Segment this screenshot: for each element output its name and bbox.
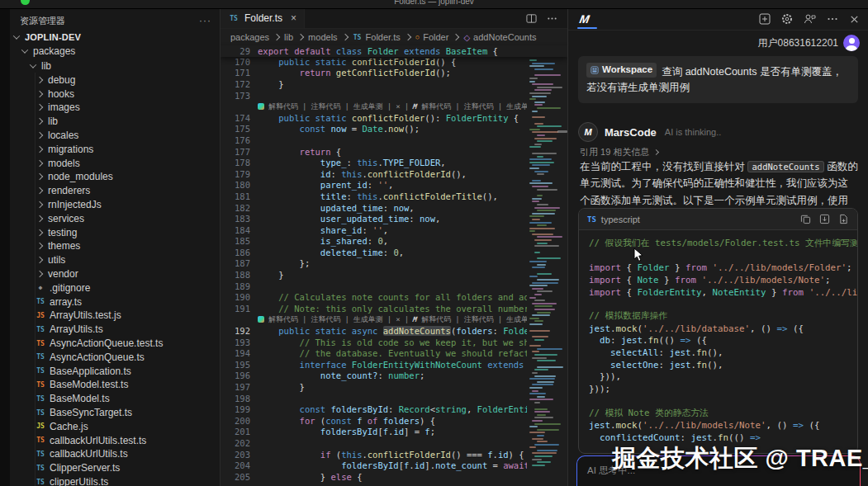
tree-item-vendor[interactable]: vendor bbox=[10, 267, 220, 281]
tree-item-utils[interactable]: utils bbox=[10, 253, 220, 267]
codelens-dismiss-icon[interactable]: × bbox=[396, 315, 400, 323]
tree-item-lib[interactable]: lib bbox=[10, 115, 220, 129]
tree-item-packages[interactable]: packages bbox=[10, 45, 220, 59]
codelens-action-2[interactable]: 生成单测 bbox=[353, 101, 383, 112]
codelens-dismiss-icon[interactable]: × bbox=[396, 102, 400, 111]
settings-gear-icon[interactable] bbox=[781, 13, 793, 25]
tree-file-AsyncActionQueue.test.ts[interactable]: TSAsyncActionQueue.test.ts bbox=[10, 337, 220, 351]
feedback-icon[interactable] bbox=[804, 13, 816, 25]
tree-file-array.ts[interactable]: TSarray.ts bbox=[10, 295, 220, 309]
codelens-action-2[interactable]: 生成单测 bbox=[353, 314, 383, 325]
line-code: deleted_time: 0, bbox=[258, 248, 404, 257]
breadcrumb-item-Folder.ts[interactable]: TSFolder.ts bbox=[353, 32, 401, 42]
new-chat-icon[interactable] bbox=[759, 13, 771, 25]
codelens-action-1[interactable]: 注释代码 bbox=[311, 101, 340, 112]
traffic-light-green[interactable] bbox=[21, 0, 30, 5]
breadcrumb-item-addNoteCounts[interactable]: ◇addNoteCounts bbox=[463, 32, 536, 42]
editor-more-icon[interactable] bbox=[547, 13, 557, 24]
tab-close-icon[interactable]: × bbox=[291, 12, 296, 24]
breadcrumb-item-models[interactable]: models bbox=[308, 32, 337, 42]
codelens-separator: | bbox=[405, 315, 409, 323]
tree-item-models[interactable]: models bbox=[10, 156, 220, 170]
split-editor-icon[interactable] bbox=[526, 13, 537, 24]
tree-item-testing[interactable]: testing bbox=[10, 225, 220, 239]
code-block-body[interactable]: // 假设我们在 tests/models/Folder.test.ts 文件中… bbox=[579, 230, 857, 451]
ts-file-icon: TS bbox=[35, 298, 46, 305]
codelens-action-2[interactable]: 生成单测 bbox=[506, 101, 527, 112]
git-file-icon: ◆ bbox=[35, 284, 46, 291]
line-number: 183 bbox=[221, 214, 258, 224]
tree-file-ArrayUtils.ts[interactable]: TSArrayUtils.ts bbox=[10, 323, 220, 337]
codelens-action-0[interactable]: 解释代码 bbox=[268, 101, 298, 112]
panel-more-icon[interactable] bbox=[827, 13, 838, 25]
code-line-202: 202 bbox=[221, 437, 527, 449]
references-link[interactable]: 引用 19 相关信息 bbox=[580, 146, 658, 158]
breadcrumb-separator-icon bbox=[273, 34, 280, 40]
watermark-text: 掘金技术社区 @ TRAE_ai bbox=[612, 442, 868, 475]
tree-item-node_modules[interactable]: node_modules bbox=[10, 170, 220, 184]
tree-file-ClipperServer.ts[interactable]: TSClipperServer.ts bbox=[10, 461, 220, 475]
minimap[interactable] bbox=[528, 56, 563, 486]
panel-close-icon[interactable] bbox=[849, 14, 860, 25]
codelens-separator: | bbox=[302, 315, 306, 323]
workspace-chip[interactable]: Workspace bbox=[586, 63, 657, 78]
codelens-action-2[interactable]: 生成单测 bbox=[506, 314, 527, 325]
minimap-slider[interactable] bbox=[557, 130, 567, 133]
tree-item-renderers[interactable]: renderers bbox=[10, 184, 220, 198]
codelens-action-1[interactable]: 注释代码 bbox=[311, 314, 340, 325]
jst-file-icon: JS bbox=[35, 312, 46, 319]
breadcrumb-item-packages[interactable]: packages bbox=[230, 32, 269, 42]
marscode-logo-icon[interactable]: M bbox=[579, 12, 591, 26]
user-name: 用户08631612201 bbox=[758, 36, 838, 50]
codelens-action-1[interactable]: 注释代码 bbox=[464, 314, 494, 325]
chevron-right-icon bbox=[35, 92, 45, 97]
js-file-icon: JS bbox=[35, 422, 46, 430]
codelens-action-0[interactable]: 解释代码 bbox=[421, 314, 451, 325]
tree-file-AsyncActionQueue.ts[interactable]: TSAsyncActionQueue.ts bbox=[10, 350, 220, 364]
codelens-action-0[interactable]: 解释代码 bbox=[421, 101, 451, 112]
tree-file-BaseApplication.ts[interactable]: TSBaseApplication.ts bbox=[10, 364, 220, 378]
breadcrumb-item-lib[interactable]: lib bbox=[284, 32, 293, 42]
tree-item-rnInjectedJs[interactable]: rnInjectedJs bbox=[10, 198, 220, 212]
tree-item-themes[interactable]: themes bbox=[10, 239, 220, 253]
chat-code-text: selectOne: jest.fn(), bbox=[589, 360, 723, 370]
tree-item-label: locales bbox=[48, 130, 78, 141]
tree-file-clipperUtils.ts[interactable]: TSclipperUtils.ts bbox=[10, 475, 220, 486]
sticky-scroll-line[interactable]: 29export default class Folder extends Ba… bbox=[221, 45, 567, 57]
chat-code-text: jest.mock('../../lib/models/Note', () =>… bbox=[589, 420, 820, 431]
code-editor[interactable]: 170 public static conflictFolderId() {17… bbox=[221, 56, 527, 486]
explorer-more-icon[interactable]: ··· bbox=[199, 15, 211, 26]
tree-item-lib[interactable]: lib bbox=[10, 59, 220, 73]
user-avatar[interactable] bbox=[843, 35, 860, 51]
chat-code-text: import { FolderEntity, NoteEntity } from… bbox=[589, 287, 858, 298]
tree-item-JOPLIN-DEV[interactable]: JOPLIN-DEV bbox=[10, 30, 220, 45]
line-number: 171 bbox=[221, 68, 258, 78]
tree-file-callbackUrlUtils.test.ts[interactable]: TScallbackUrlUtils.test.ts bbox=[10, 433, 220, 447]
insert-code-icon[interactable] bbox=[819, 214, 830, 224]
tree-item-locales[interactable]: locales bbox=[10, 129, 220, 143]
tree-item-debug[interactable]: debug bbox=[10, 73, 220, 87]
copy-icon[interactable] bbox=[800, 214, 811, 224]
tree-file-ArrayUtils.test.js[interactable]: JSArrayUtils.test.js bbox=[10, 309, 220, 323]
breadcrumb-label: packages bbox=[230, 32, 269, 42]
tree-item-images[interactable]: images bbox=[10, 101, 220, 115]
tree-file-BaseModel.test.ts[interactable]: TSBaseModel.test.ts bbox=[10, 378, 220, 392]
tree-item-migrations[interactable]: migrations bbox=[10, 142, 220, 156]
breadcrumb-item-Folder[interactable]: ○Folder bbox=[415, 32, 449, 42]
tab-folder-ts[interactable]: TS Folder.ts × bbox=[221, 8, 305, 28]
ts-file-icon: TS bbox=[35, 395, 46, 403]
tree-item-hooks[interactable]: hooks bbox=[10, 87, 220, 101]
code-line-198: 198 bbox=[221, 393, 527, 404]
new-file-icon[interactable] bbox=[838, 214, 849, 224]
codelens-action-0[interactable]: 解释代码 bbox=[268, 314, 298, 325]
tree-file-callbackUrlUtils.ts[interactable]: TScallbackUrlUtils.ts bbox=[10, 447, 220, 461]
tree-file-.gitignore[interactable]: ◆.gitignore bbox=[10, 281, 220, 295]
tree-item-services[interactable]: services bbox=[10, 211, 220, 225]
code-line-171: 171 return getConflictFolderId(); bbox=[221, 68, 527, 79]
tree-file-BaseModel.ts[interactable]: TSBaseModel.ts bbox=[10, 392, 220, 406]
codelens-separator: | bbox=[455, 315, 459, 323]
tree-file-Cache.js[interactable]: JSCache.js bbox=[10, 419, 220, 433]
tree-file-BaseSyncTarget.ts[interactable]: TSBaseSyncTarget.ts bbox=[10, 406, 220, 420]
chat-code-line-6 bbox=[589, 298, 847, 310]
codelens-action-1[interactable]: 注释代码 bbox=[464, 101, 494, 112]
